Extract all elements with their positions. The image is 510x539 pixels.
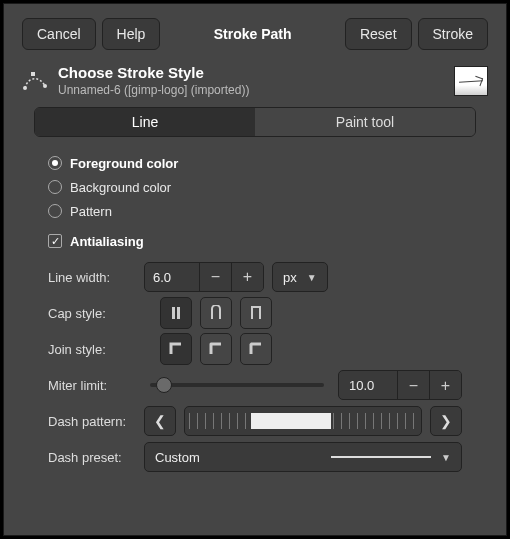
- cap-butt-icon: [168, 305, 184, 321]
- svg-rect-2: [31, 72, 35, 76]
- dash-preset-preview-icon: [331, 456, 431, 458]
- miter-limit-input[interactable]: 10.0 − +: [338, 370, 462, 400]
- join-miter-button[interactable]: [160, 333, 192, 365]
- stroke-path-dialog: Cancel Help Stroke Path Reset Stroke Cho…: [3, 3, 507, 536]
- cap-butt-button[interactable]: [160, 297, 192, 329]
- radio-background-label: Background color: [70, 180, 171, 195]
- stroke-source-panel: Foreground color Background color Patter…: [4, 147, 506, 253]
- stroke-button[interactable]: Stroke: [418, 18, 488, 50]
- line-width-value[interactable]: 6.0: [145, 270, 199, 285]
- header-subtitle: Unnamed-6 ([gimp-logo] (imported)): [58, 83, 444, 97]
- antialiasing-label: Antialiasing: [70, 234, 144, 249]
- cap-round-icon: [208, 305, 224, 321]
- svg-rect-3: [172, 307, 175, 319]
- help-button[interactable]: Help: [102, 18, 161, 50]
- reset-button[interactable]: Reset: [345, 18, 412, 50]
- miter-limit-increment[interactable]: +: [429, 371, 461, 400]
- dialog-header: Choose Stroke Style Unnamed-6 ([gimp-log…: [4, 60, 506, 107]
- header-title: Choose Stroke Style: [58, 64, 444, 81]
- cancel-button[interactable]: Cancel: [22, 18, 96, 50]
- join-bevel-button[interactable]: [240, 333, 272, 365]
- chevron-left-icon: ❮: [154, 413, 166, 429]
- miter-limit-value[interactable]: 10.0: [339, 371, 397, 399]
- miter-limit-label: Miter limit:: [48, 378, 136, 393]
- miter-limit-slider[interactable]: [150, 383, 324, 387]
- join-round-button[interactable]: [200, 333, 232, 365]
- tabs: Line Paint tool: [34, 107, 476, 137]
- tab-line[interactable]: Line: [35, 108, 255, 136]
- line-width-label: Line width:: [48, 270, 136, 285]
- chevron-right-icon: ❯: [440, 413, 452, 429]
- dash-preset-label: Dash preset:: [48, 450, 136, 465]
- radio-pattern-label: Pattern: [70, 204, 112, 219]
- radio-background-color[interactable]: [48, 180, 62, 194]
- chevron-down-icon: ▼: [441, 452, 451, 463]
- miter-limit-decrement[interactable]: −: [397, 371, 429, 400]
- path-preview[interactable]: [454, 66, 488, 96]
- dash-preset-select[interactable]: Custom ▼: [144, 442, 462, 472]
- tab-paint-tool[interactable]: Paint tool: [255, 108, 475, 136]
- svg-point-1: [43, 84, 47, 88]
- join-style-label: Join style:: [48, 342, 136, 357]
- unit-value: px: [283, 270, 297, 285]
- checkbox-antialiasing[interactable]: ✓: [48, 234, 62, 248]
- line-options: Line width: 6.0 − + px ▼ Cap style:: [4, 253, 506, 475]
- dash-pattern-label: Dash pattern:: [48, 414, 136, 429]
- join-round-icon: [208, 341, 224, 357]
- cap-style-label: Cap style:: [48, 306, 136, 321]
- stroke-path-icon: [22, 68, 48, 94]
- cap-square-button[interactable]: [240, 297, 272, 329]
- chevron-down-icon: ▼: [307, 272, 317, 283]
- dash-scroll-left[interactable]: ❮: [144, 406, 176, 436]
- unit-select[interactable]: px ▼: [272, 262, 328, 292]
- cap-round-button[interactable]: [200, 297, 232, 329]
- radio-pattern[interactable]: [48, 204, 62, 218]
- line-width-input[interactable]: 6.0 − +: [144, 262, 264, 292]
- dialog-button-bar: Cancel Help Stroke Path Reset Stroke: [4, 4, 506, 60]
- svg-point-0: [23, 86, 27, 90]
- dash-pattern-editor[interactable]: [184, 406, 422, 436]
- join-bevel-icon: [248, 341, 264, 357]
- dialog-title: Stroke Path: [200, 18, 306, 50]
- join-miter-icon: [168, 341, 184, 357]
- radio-foreground-color[interactable]: [48, 156, 62, 170]
- line-width-decrement[interactable]: −: [199, 262, 231, 292]
- svg-rect-4: [177, 307, 180, 319]
- line-width-increment[interactable]: +: [231, 262, 263, 292]
- radio-foreground-label: Foreground color: [70, 156, 178, 171]
- cap-square-icon: [248, 305, 264, 321]
- dash-scroll-right[interactable]: ❯: [430, 406, 462, 436]
- slider-thumb[interactable]: [156, 377, 172, 393]
- dash-preset-value: Custom: [155, 450, 200, 465]
